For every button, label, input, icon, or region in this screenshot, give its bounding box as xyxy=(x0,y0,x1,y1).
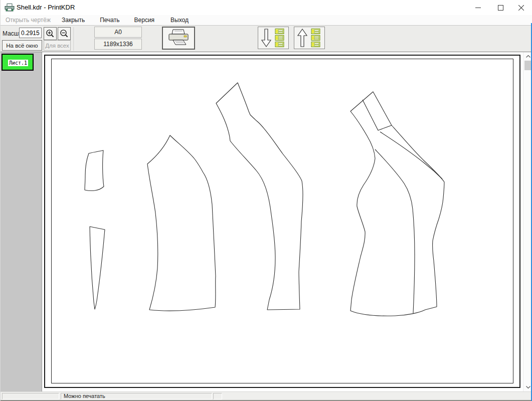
for-all-button: Для всех xyxy=(44,40,71,51)
chevron-up-icon xyxy=(526,55,530,58)
print-icon xyxy=(167,29,190,47)
menu-bar: Открыть чертёж Закрыть Печать Версия Вых… xyxy=(1,15,532,25)
status-panel-empty xyxy=(2,393,59,399)
sheet-tab-label: Лист.1 xyxy=(8,60,28,66)
zoom-in-icon xyxy=(46,29,55,38)
pattern-piece-front-side-panel xyxy=(147,135,216,311)
menu-open-drawing: Открыть чертёж xyxy=(6,17,51,24)
window-title: Shell.kdr - PrintKDR xyxy=(17,0,75,15)
scale-input[interactable] xyxy=(19,28,42,38)
toolbar: Масшт На всё окно Для всех A0 1189x1336 xyxy=(1,25,532,52)
pattern-drawing xyxy=(45,56,519,387)
printer-app-icon xyxy=(5,4,15,12)
move-sheets-down-icon xyxy=(260,28,286,48)
status-message-panel: Можно печатать xyxy=(61,393,212,399)
sheet-list-sidebar: Лист.1 xyxy=(1,52,42,391)
maximize-button[interactable] xyxy=(489,0,512,15)
fit-to-window-button[interactable]: На всё окно xyxy=(2,40,42,51)
pattern-piece-back-panel xyxy=(350,92,444,316)
zoom-out-button[interactable] xyxy=(58,27,71,40)
status-message: Можно печатать xyxy=(64,393,105,399)
close-button[interactable] xyxy=(509,0,532,15)
pattern-piece-dart-wedge xyxy=(90,227,105,309)
chevron-down-icon xyxy=(526,386,530,388)
pattern-piece-small-side-panel xyxy=(85,150,104,191)
title-bar: Shell.kdr - PrintKDR xyxy=(1,0,532,15)
menu-version[interactable]: Версия xyxy=(134,17,155,24)
toolbar-separator xyxy=(74,27,75,51)
zoom-out-icon xyxy=(60,29,69,38)
minimize-button[interactable] xyxy=(466,0,489,15)
menu-exit[interactable]: Выход xyxy=(170,17,189,24)
zoom-in-button[interactable] xyxy=(44,27,57,40)
paper-size-panel: 1189x1336 xyxy=(94,39,142,50)
status-bar: Можно печатать xyxy=(1,391,532,401)
print-preview-viewport xyxy=(44,55,520,388)
printkdr-window: { "window": { "title": "Shell.kdr - Prin… xyxy=(0,0,532,401)
status-panel-small xyxy=(213,393,222,399)
print-button[interactable] xyxy=(162,27,195,50)
main-area: Лист.1 xyxy=(1,52,532,391)
move-sheets-up-button[interactable] xyxy=(294,27,325,49)
pattern-piece-center-panel xyxy=(216,83,303,310)
move-sheets-up-icon xyxy=(296,28,322,48)
sheet-tab-1[interactable]: Лист.1 xyxy=(2,54,34,71)
menu-print[interactable]: Печать xyxy=(100,17,119,24)
move-sheets-down-button[interactable] xyxy=(258,27,289,49)
menu-close[interactable]: Закрыть xyxy=(62,17,85,24)
paper-format-panel: A0 xyxy=(94,27,142,38)
